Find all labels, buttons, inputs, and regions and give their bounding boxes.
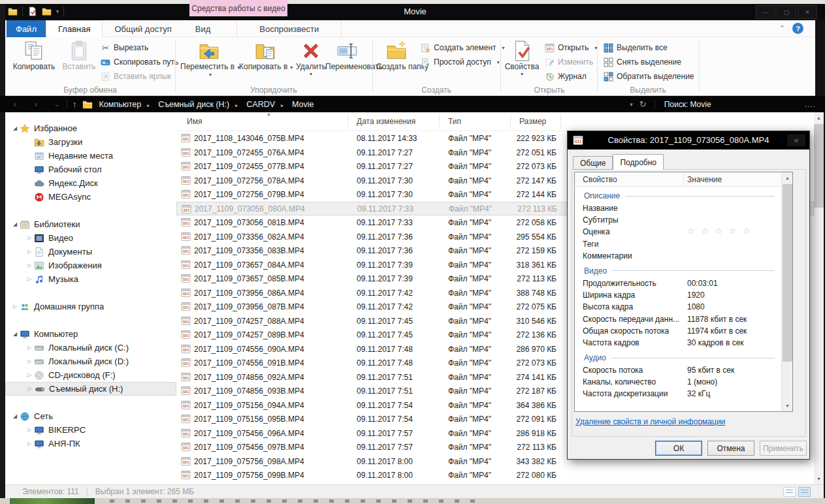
column-header-size[interactable]: Размер (519, 117, 546, 126)
breadcrumb-item[interactable]: Компьютер (98, 99, 157, 110)
sidebar-item-Музыка[interactable]: Музыка (5, 272, 176, 286)
search-options-icon[interactable]: .... (805, 100, 816, 109)
collapsed-caret-icon[interactable] (25, 235, 34, 241)
scroll-down-icon[interactable] (782, 400, 793, 411)
property-row[interactable]: Общая скорость потока11974 кбит в сек (575, 325, 781, 337)
sidebar-item-Видео[interactable]: Видео (5, 231, 176, 245)
sidebar-item-Библиотеки[interactable]: Библиотеки (5, 217, 176, 231)
property-row[interactable]: Частота кадров30 кадров в сек (575, 337, 781, 349)
sidebar-item-Локальный диск (C:)[interactable]: Локальный диск (C:) (5, 341, 176, 354)
property-row[interactable]: Высота кадра1080 (575, 301, 781, 313)
paste-button[interactable]: Вставить (60, 40, 98, 71)
history-button[interactable]: Журнал (545, 70, 587, 83)
select-none-button[interactable]: Снять выделение (604, 55, 681, 69)
expanded-caret-icon[interactable] (10, 125, 20, 131)
maximize-button[interactable]: ▢ (777, 5, 796, 19)
select-all-button[interactable]: Выделить все (604, 41, 668, 54)
address-dropdown-icon[interactable]: ▾ (630, 101, 633, 108)
forward-icon[interactable]: › (30, 99, 42, 109)
file-menu-tab[interactable]: Файл (7, 20, 46, 37)
sidebar-item-АНЯ-ПК[interactable]: АНЯ-ПК (5, 437, 176, 450)
sidebar-item-Локальный диск (D:)[interactable]: Локальный диск (D:) (5, 354, 176, 368)
sidebar-item-BIKERPC[interactable]: BIKERPC (5, 423, 176, 437)
dialog-tab-Подробно[interactable]: Подробно (613, 154, 664, 170)
breadcrumb-item[interactable]: Съемный диск (H:) (157, 99, 245, 110)
dialog-close-icon[interactable]: ✕ (787, 134, 805, 146)
close-button[interactable]: ✕ (798, 5, 817, 19)
sidebar-item-Сеть[interactable]: Сеть (5, 409, 176, 423)
expanded-caret-icon[interactable] (10, 221, 20, 227)
copy-to-button[interactable]: Копировать в (239, 40, 291, 72)
new-folder-button[interactable]: Создать папку (376, 40, 417, 71)
collapsed-caret-icon[interactable] (25, 372, 34, 378)
sidebar-item-Изображения[interactable]: Изображения (5, 259, 176, 272)
collapsed-caret-icon[interactable] (25, 427, 34, 433)
scrollbar-thumb[interactable] (814, 124, 824, 208)
tab-Вид[interactable]: Вид (184, 20, 223, 37)
property-row[interactable]: Ширина кадра1920 (575, 289, 781, 301)
dialog-tab-Общие[interactable]: Общие (573, 156, 613, 170)
sidebar-item-Рабочий стол[interactable]: Рабочий стол (5, 163, 176, 176)
sidebar-item-Загрузки[interactable]: Загрузки (5, 135, 176, 149)
sidebar-item-Яндекс.Диск[interactable]: Яндекс.Диск (5, 176, 176, 190)
delete-button[interactable]: Удалить (293, 40, 329, 77)
scroll-down-icon[interactable] (814, 473, 824, 484)
tab-Общий доступ[interactable]: Общий доступ (103, 20, 183, 37)
sidebar-item-Документы[interactable]: Документы (5, 245, 176, 259)
new-item-button[interactable]: Создать элемент (421, 41, 505, 54)
recent-locations-icon[interactable]: ⌄ (51, 101, 63, 108)
collapsed-caret-icon[interactable] (25, 358, 34, 364)
invert-selection-button[interactable]: Обратить выделение (604, 70, 694, 83)
collapsed-caret-icon[interactable] (10, 304, 20, 309)
sidebar-item-Избранное[interactable]: Избранное (5, 121, 176, 135)
remove-properties-link[interactable]: Удаление свойств и личной информации (575, 417, 725, 426)
property-row[interactable]: Субтитры (575, 214, 781, 226)
sidebar-item-CD-дисковод (F:)[interactable]: CD-дисковод (F:) (5, 368, 176, 382)
minimize-button[interactable]: — (756, 5, 775, 19)
column-divider[interactable] (439, 114, 440, 129)
open-button[interactable]: Открыть (545, 41, 597, 54)
column-divider[interactable] (560, 114, 561, 129)
help-button[interactable]: ? (792, 23, 803, 34)
collapsed-caret-icon[interactable] (25, 262, 34, 268)
paste-shortcut-button[interactable]: Вставить ярлык (101, 70, 171, 83)
cut-button[interactable]: ✂ Вырезать (101, 41, 148, 54)
collapsed-caret-icon[interactable] (25, 276, 34, 282)
refresh-icon[interactable]: ↻ (639, 99, 647, 109)
properties-button[interactable]: Свойства (503, 40, 541, 77)
sidebar-item-Компьютер[interactable]: Компьютер (5, 327, 176, 341)
breadcrumb-item[interactable]: Movie (291, 99, 315, 110)
column-divider[interactable] (510, 114, 511, 129)
column-header-type[interactable]: Тип (448, 117, 461, 126)
sidebar-item-Домашняя группа[interactable]: Домашняя группа (5, 300, 176, 313)
collapsed-caret-icon[interactable] (25, 249, 34, 255)
rename-button[interactable]: Переименовать (325, 40, 370, 71)
edit-button[interactable]: Изменить (545, 55, 593, 69)
scrollbar-thumb[interactable] (783, 184, 792, 362)
search-input[interactable]: Поиск: Movie (655, 100, 793, 109)
property-row[interactable]: Комментарии (575, 250, 781, 262)
vertical-scrollbar[interactable] (814, 112, 824, 484)
collapsed-caret-icon[interactable] (25, 441, 34, 447)
easy-access-button[interactable]: Простой доступ (421, 55, 500, 69)
property-row[interactable]: Название (575, 202, 781, 214)
tab-Воспроизвести[interactable]: Воспроизвести (236, 20, 342, 37)
move-to-button[interactable]: Переместить в (180, 40, 238, 78)
property-row[interactable]: Скорость передачи данн...11878 кбит в се… (575, 313, 781, 325)
copy-button[interactable]: Копировать (9, 40, 59, 71)
property-row[interactable]: Каналы, количество1 (моно) (575, 376, 781, 388)
collapsed-caret-icon[interactable] (25, 345, 34, 351)
scroll-up-icon[interactable] (814, 112, 824, 123)
column-header-date[interactable]: Дата изменения (357, 117, 415, 126)
expanded-caret-icon[interactable] (10, 413, 20, 419)
details-view-icon[interactable] (783, 487, 796, 497)
scroll-up-icon[interactable] (782, 172, 793, 183)
column-divider[interactable] (348, 114, 348, 129)
up-icon[interactable]: ↑ (73, 99, 77, 109)
property-row[interactable]: Скорость потока95 кбит в сек (575, 364, 781, 376)
thumbnails-view-icon[interactable] (798, 487, 811, 497)
sidebar-item-Съемный диск (H:)[interactable]: Съемный диск (H:) (5, 382, 176, 396)
expanded-caret-icon[interactable] (10, 331, 20, 337)
property-row[interactable]: Теги (575, 238, 781, 250)
copy-path-button[interactable]: Скопировать путь (101, 55, 178, 69)
